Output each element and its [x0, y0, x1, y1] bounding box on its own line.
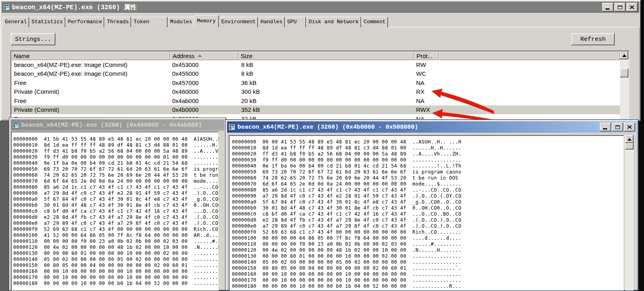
hex-line: 00000060 74 20 62 65 20 72 75 6e 20 69 6… [232, 175, 624, 181]
tab[interactable]: GPU [285, 17, 306, 27]
hex-line: 00000070 6d 6f 64 65 2e 0d 0d 0a 24 00 0… [232, 181, 624, 187]
hex-line: 00000000 41 5b 41 53 55 48 89 e5 48 81 e… [13, 136, 219, 142]
scrollbar-track[interactable] [620, 59, 628, 119]
region-size: 300 kB [238, 88, 414, 95]
hex-line: 00000010 8d 1d ea ff ff ff 48 89 df 48 8… [13, 142, 219, 148]
hex-view-window-0x460000: beacon_x64(MZ-PE).exe (3260) (0x460000 -… [9, 117, 226, 291]
hex-line: 000000d0 e2 28 8d 4f fb c7 43 4f a7 29 8… [13, 214, 219, 220]
hex-dump-view[interactable]: 00000000 41 5b 41 53 55 48 89 e5 48 81 e… [11, 131, 219, 291]
maximize-button[interactable] [614, 3, 626, 12]
title-bar[interactable]: beacon_x64(MZ-PE).exe (3260) 属性 [2, 2, 639, 13]
tab[interactable]: Memory [194, 15, 219, 27]
table-row[interactable]: beacon_x64(MZ-PE).exe: Image (Commit) 0x… [11, 60, 620, 69]
scrollbar-track[interactable] [625, 143, 634, 291]
hex-line: 00000080 85 a6 2d 1c c1 c7 43 4f c1 c7 4… [232, 187, 624, 193]
hex-line: 000000f0 52 69 63 68 c1 c7 43 4f 00 00 0… [232, 229, 624, 235]
region-address: 0x460000 [170, 88, 238, 95]
hex-scrollbar[interactable] [625, 135, 634, 291]
region-name: beacon_x64(MZ-PE).exe: Image (Commit) [11, 70, 170, 77]
region-size: 36 kB [238, 79, 414, 86]
region-protection: WC [414, 70, 620, 77]
column-header[interactable]: Size [238, 51, 414, 60]
close-button[interactable] [624, 123, 635, 131]
table-header: Name Address Size Prot... [11, 51, 620, 60]
hex-line: 00000150 00 80 05 00 00 04 00 00 00 00 0… [232, 265, 624, 271]
tab[interactable]: Handles [258, 17, 285, 27]
process-properties-window: beacon_x64(MZ-PE).exe (3260) 属性 GeneralS… [0, 0, 641, 121]
hex-line: 00000050 69 73 20 70 72 6f 67 72 61 6d 2… [232, 169, 624, 175]
minimize-icon [603, 128, 607, 129]
region-size: 32 kB [238, 115, 414, 119]
table-row[interactable]: Free 0x457000 36 kB NA [11, 78, 620, 87]
scrollbar-thumb[interactable] [625, 143, 634, 150]
minimize-button[interactable] [602, 3, 614, 12]
region-size: 352 kB [238, 106, 414, 113]
scrollbar-thumb[interactable] [620, 69, 628, 77]
close-button[interactable] [626, 3, 638, 12]
region-name: Free [11, 79, 170, 86]
tab[interactable]: Disk and Network [306, 17, 361, 27]
tab[interactable]: Environment [219, 17, 258, 27]
app-icon [229, 124, 235, 130]
hex-line: 000000a0 5f 67 84 4f c0 c7 43 4f 30 01 8… [13, 196, 219, 202]
hex-line: 00000050 69 73 20 70 72 6f 67 72 61 6d 2… [13, 166, 219, 172]
tab[interactable]: Performance [65, 17, 105, 27]
hex-dump-view[interactable]: 00000000 00 00 41 53 55 48 89 e5 48 81 e… [229, 135, 624, 291]
hex-line: 00000060 74 20 62 65 20 72 75 6e 20 69 6… [13, 172, 219, 178]
region-size: 20 kB [238, 97, 414, 104]
window-title: beacon_x64(MZ-PE).exe (3260) (0x460000 -… [21, 122, 202, 129]
tab[interactable]: Comment [361, 17, 388, 27]
hex-line: 00000130 00 00 00 80 01 00 00 00 00 10 0… [232, 253, 624, 259]
region-protection: RWX [414, 106, 620, 113]
hex-line: 000000b0 30 01 8d 4f 48 c7 43 4f 30 01 8… [232, 205, 624, 211]
window-title: beacon_x64(MZ-PE).exe (3260) 属性 [12, 3, 136, 12]
hex-line: 000000e0 a7 29 89 4f c0 c7 43 4f a7 29 8… [232, 223, 624, 229]
table-body: beacon_x64(MZ-PE).exe: Image (Commit) 0x… [11, 60, 620, 119]
hex-line: 00000120 00 4e 02 00 00 00 00 00 48 1b 0… [13, 245, 219, 251]
maximize-button[interactable] [612, 123, 623, 131]
hex-line: 00000100 41 52 00 00 64 86 05 00 7f 8c f… [13, 232, 219, 238]
tab[interactable]: General [2, 17, 29, 27]
title-bar[interactable]: beacon_x64(MZ-PE).exe (3260) (0x4b0000 -… [227, 121, 637, 133]
hex-line: 000000c0 c8 bf d0 4f ca c7 43 4f c1 c7 4… [232, 211, 624, 217]
region-name: Private (Commit) [11, 88, 170, 95]
column-header[interactable]: Name [11, 51, 170, 60]
hex-line: 00000150 00 80 05 00 00 04 00 00 00 00 0… [13, 263, 219, 269]
scroll-up-icon [628, 138, 632, 141]
hex-line: 00000020 ff d3 41 b8 f0 b5 a2 56 68 04 0… [232, 151, 624, 157]
table-row[interactable]: Private (Commit) 0x460000 300 kB RX [11, 87, 620, 97]
table-row[interactable]: Free 0x4ab000 20 kB NA [11, 96, 620, 105]
close-icon [630, 5, 634, 9]
tab[interactable]: Modules [168, 17, 195, 27]
app-icon [12, 122, 19, 128]
column-header[interactable]: Prot... [414, 51, 439, 60]
region-protection: RW [414, 61, 620, 68]
sort-ascending-icon [198, 55, 202, 57]
table-row[interactable]: Private (Commit) 0x4b0000 352 kB RWX [11, 105, 620, 115]
scroll-up-button[interactable] [625, 135, 634, 143]
hex-line: 000000d0 e2 28 8d 4f fb c7 43 4f a7 29 8… [232, 217, 624, 223]
region-protection: NA [414, 79, 620, 86]
refresh-button[interactable]: Refresh [571, 33, 615, 45]
scroll-up-button[interactable] [620, 51, 628, 59]
minimize-button[interactable] [600, 123, 611, 131]
hex-line: 00000140 05 00 02 00 00 00 00 00 05 00 0… [13, 257, 219, 263]
tab[interactable]: Statistics [29, 17, 65, 27]
region-name: beacon_x64(MZ-PE).exe: Image (Commit) [11, 61, 170, 68]
column-header[interactable]: Address [170, 51, 238, 60]
title-bar[interactable]: beacon_x64(MZ-PE).exe (3260) (0x460000 -… [11, 119, 224, 131]
maximize-icon [616, 125, 620, 129]
region-protection: NA [414, 115, 620, 119]
tab[interactable]: Threads [104, 17, 131, 27]
hex-line: 00000160 00 00 10 00 00 00 00 00 00 10 0… [232, 271, 624, 277]
hex-line: 00000110 00 00 00 00 f0 00 23 a0 0b 02 0… [13, 238, 219, 245]
region-size: 8 kB [238, 70, 414, 77]
strings-button[interactable]: Strings... [11, 33, 55, 45]
hex-line: 00000040 0e 1f ba 0e 00 b4 09 cd 21 b8 0… [13, 160, 219, 166]
memory-tab-page: Strings... Refresh Name Address Size Pro… [1, 27, 640, 120]
table-row[interactable]: beacon_x64(MZ-PE).exe: Image (Commit) 0x… [11, 69, 620, 79]
hex-line: 00000030 f9 ff d0 00 00 00 00 00 00 00 0… [13, 154, 219, 160]
hex-line: 00000010 8d 1d ea ff ff ff 48 89 df 48 8… [232, 145, 624, 151]
tab[interactable]: Token [131, 17, 168, 27]
table-scrollbar[interactable] [620, 51, 628, 119]
